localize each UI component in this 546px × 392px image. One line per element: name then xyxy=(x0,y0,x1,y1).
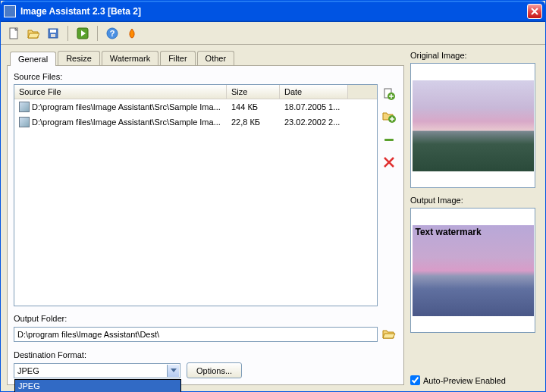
combo-dropdown-button[interactable] xyxy=(167,365,179,377)
col-source-file[interactable]: Source File xyxy=(14,85,227,99)
new-file-icon xyxy=(8,27,20,39)
dest-format-label: Destination Format: xyxy=(14,350,397,359)
source-file-list[interactable]: Source File Size Date D:\program files\I… xyxy=(14,84,378,306)
open-button[interactable] xyxy=(25,25,42,42)
folder-browse-icon xyxy=(382,328,396,341)
image-file-icon xyxy=(19,117,30,127)
svg-rect-2 xyxy=(50,30,56,33)
tab-general[interactable]: General xyxy=(10,52,56,66)
auto-preview-checkbox[interactable] xyxy=(410,375,420,385)
run-button[interactable] xyxy=(74,25,91,42)
app-icon xyxy=(4,5,16,17)
cell-size: 144 КБ xyxy=(227,101,280,113)
titlebar: Image Assistant 2.3 [Beta 2] xyxy=(1,1,545,22)
tab-resize[interactable]: Resize xyxy=(58,51,100,65)
cell-path: D:\program files\Image Assistant\Src\Sam… xyxy=(32,102,221,111)
minus-icon xyxy=(382,133,396,146)
delete-x-icon xyxy=(382,155,396,169)
cell-path: D:\program files\Image Assistant\Src\Sam… xyxy=(32,118,221,127)
window-title: Image Assistant 2.3 [Beta 2] xyxy=(20,6,527,17)
dest-format-value: JPEG xyxy=(17,366,39,375)
add-folder-button[interactable] xyxy=(381,108,397,125)
help-icon: ? xyxy=(106,27,118,39)
tab-watermark[interactable]: Watermark xyxy=(102,51,158,65)
remove-file-button[interactable] xyxy=(381,131,397,148)
toolbar-separator xyxy=(97,26,98,41)
tab-body: Source Files: Source File Size Date D:\p… xyxy=(7,65,404,385)
dropdown-item[interactable]: JPEG xyxy=(15,380,180,392)
svg-rect-10 xyxy=(384,139,394,141)
file-list-buttons xyxy=(381,84,397,306)
output-folder-label: Output Folder: xyxy=(14,314,397,323)
list-rows: D:\program files\Image Assistant\Src\Sam… xyxy=(14,99,377,306)
add-folder-icon xyxy=(382,110,396,124)
about-button[interactable] xyxy=(124,25,140,42)
image-file-icon xyxy=(19,102,30,112)
tab-filter[interactable]: Filter xyxy=(160,51,195,65)
col-date[interactable]: Date xyxy=(280,85,348,99)
original-preview xyxy=(410,63,535,188)
clear-files-button[interactable] xyxy=(381,154,397,171)
help-button[interactable]: ? xyxy=(104,25,121,42)
tabs: General Resize Watermark Filter Other xyxy=(7,51,404,65)
save-button[interactable] xyxy=(45,25,61,42)
play-icon xyxy=(77,27,89,39)
table-row[interactable]: D:\program files\Image Assistant\Src\Sam… xyxy=(14,99,377,114)
auto-preview-row: Auto-Preview Enabled xyxy=(410,375,539,385)
add-file-icon xyxy=(382,87,396,101)
list-header: Source File Size Date xyxy=(14,85,377,99)
close-button[interactable] xyxy=(527,4,542,19)
filelist-wrap: Source File Size Date D:\program files\I… xyxy=(14,84,397,306)
source-files-label: Source Files: xyxy=(14,72,397,81)
cell-date: 23.02.2002 2... xyxy=(280,116,348,128)
app-window: Image Assistant 2.3 [Beta 2] ? Genera xyxy=(0,0,546,392)
format-dropdown: JPEG GIF - Graphics Interchange Format P… xyxy=(14,379,181,393)
output-folder-input[interactable] xyxy=(14,327,378,342)
original-image-label: Original Image: xyxy=(410,51,539,60)
dest-format-combo[interactable]: JPEG JPEG GIF - Graphics Interchange For… xyxy=(14,363,180,378)
add-file-button[interactable] xyxy=(381,86,397,102)
toolbar: ? xyxy=(1,22,545,45)
original-image xyxy=(413,80,534,171)
output-folder-section: Output Folder: xyxy=(14,314,397,343)
svg-rect-3 xyxy=(51,34,55,37)
table-row[interactable]: D:\program files\Image Assistant\Src\Sam… xyxy=(14,114,377,130)
content-area: General Resize Watermark Filter Other So… xyxy=(1,45,545,391)
save-icon xyxy=(47,27,59,39)
cell-date: 18.07.2005 1... xyxy=(280,101,348,113)
browse-output-button[interactable] xyxy=(381,326,397,343)
tab-other[interactable]: Other xyxy=(197,51,235,65)
close-icon xyxy=(531,8,538,15)
output-image xyxy=(413,225,534,316)
col-size[interactable]: Size xyxy=(227,85,280,99)
new-button[interactable] xyxy=(5,25,22,42)
right-pane: Original Image: Output Image: Auto-Previ… xyxy=(410,51,539,385)
destination-format-section: Destination Format: JPEG JPEG GIF - Grap… xyxy=(14,350,397,378)
options-button[interactable]: Options... xyxy=(187,362,242,378)
auto-preview-label: Auto-Preview Enabled xyxy=(423,376,506,385)
output-preview xyxy=(410,208,535,333)
chevron-down-icon xyxy=(171,368,177,373)
toolbar-separator xyxy=(67,26,68,41)
flame-icon xyxy=(126,27,138,39)
cell-size: 22,8 КБ xyxy=(227,116,280,128)
left-pane: General Resize Watermark Filter Other So… xyxy=(7,51,404,385)
output-image-label: Output Image: xyxy=(410,196,539,205)
svg-text:?: ? xyxy=(110,29,115,38)
folder-open-icon xyxy=(27,27,39,39)
